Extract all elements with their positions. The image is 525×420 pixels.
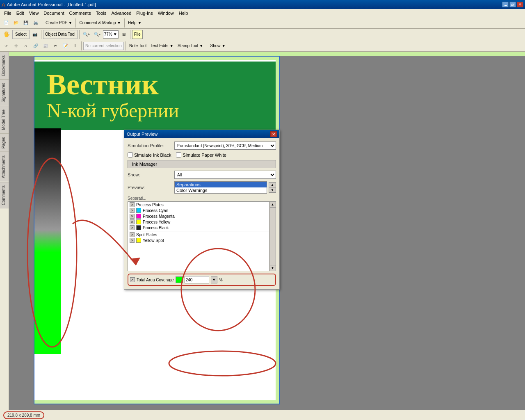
simulate-ink-black-label: Simulate Ink Black [134,153,171,158]
object-data-tool-btn[interactable]: Object Data Tool [43,30,78,39]
create-pdf-btn[interactable]: Create PDF ▼ [44,18,74,27]
minimize-button[interactable]: 🗕 [502,2,509,7]
simulate-ink-black-checkbox[interactable] [128,152,133,158]
show-label: Show: [128,172,173,177]
select-obj-btn[interactable]: ⊹ [11,41,21,50]
menu-view[interactable]: View [27,10,41,16]
sep-checkbox-process-yellow[interactable]: ✕ [130,219,135,224]
sidebar-tab-model-tree[interactable]: Model Tree [0,106,9,133]
menu-edit[interactable]: Edit [14,10,27,16]
new-btn[interactable]: 📄 [2,18,11,27]
sep-item-process-magenta[interactable]: ✕ Process Magenta [128,213,276,219]
preview-listbox[interactable]: Separations Color Warnings [174,181,267,194]
pdf-title-line1: Вестник [47,70,267,99]
tag-btn[interactable]: ⌂ [21,41,30,50]
menu-help[interactable]: Help [176,10,191,16]
select-btn[interactable]: Select [12,30,30,39]
restore-button[interactable]: 🗗 [509,2,516,7]
menu-document[interactable]: Document [41,10,66,16]
simulate-paper-white-check[interactable]: Simulate Paper White [176,152,226,158]
hand-tool-btn[interactable]: 🖐 [2,30,11,39]
tac-dropdown-arrow[interactable]: ▼ [211,276,217,283]
tac-value-input[interactable] [185,276,209,283]
sep6 [130,30,130,39]
stamp-tool-btn[interactable]: Stamp Tool ▼ [176,41,205,50]
sep-checkbox-yellow-spot[interactable]: ✕ [130,238,135,243]
link-btn[interactable]: 🔗 [31,41,40,50]
title-bar-controls[interactable]: 🗕 🗗 ✕ [502,2,523,7]
file-label: File [132,30,143,39]
preview-separations[interactable]: Separations [175,182,267,187]
sidebar-tab-comments[interactable]: Comments [0,182,9,208]
sep-color-cyan [136,208,141,213]
sep-label-spot-plates: Spot Plates [136,233,157,237]
form-btn[interactable]: 📝 [61,41,70,50]
note-tool-label: Note Tool [129,43,146,48]
sep-checkbox-spot-plates[interactable]: ✕ [130,232,135,237]
menu-plugins[interactable]: Plug-Ins [134,10,155,16]
sidebar-tab-bookmarks[interactable]: Bookmarks [0,52,9,79]
snapshot-btn[interactable]: 📷 [30,30,39,39]
sidebar-tab-attachments[interactable]: Attachments [0,152,9,182]
menu-window[interactable]: Window [155,10,176,16]
sep-item-process-black[interactable]: ✕ Process Black [128,225,276,231]
sep-item-process-yellow[interactable]: ✕ Process Yellow [128,219,276,225]
menu-tools[interactable]: Tools [94,10,109,16]
touchup-btn[interactable]: T [71,41,80,50]
help-btn[interactable]: Help ▼ [126,18,143,27]
simulate-options-row: Simulate Ink Black Simulate Paper White [128,152,276,158]
status-dimensions: 219,8 x 289,8 mm [3,411,44,419]
simulate-ink-black-check[interactable]: Simulate Ink Black [128,152,171,158]
preview-color-warnings[interactable]: Color Warnings [175,187,267,193]
sep-label-yellow-spot: Yellow Spot [143,238,164,243]
fit-page-btn[interactable]: ⊞ [119,30,128,39]
close-button[interactable]: ✕ [517,2,523,7]
show-btn[interactable]: Show ▼ [209,41,228,50]
note-tool-btn[interactable]: Note Tool [128,41,148,50]
separations-listbox[interactable]: ✕ Process Plates ✕ Process Cyan ✕ Proces… [128,201,276,271]
sep-checkbox-process-black[interactable]: ✕ [130,225,135,230]
output-preview-close-btn[interactable]: ✕ [270,131,277,137]
output-preview-dialog: Output Preview ✕ Simulation Profile: Eur… [124,130,280,290]
open-btn[interactable]: 📂 [11,18,21,27]
tac-checkbox[interactable]: ✓ [130,277,135,282]
sep-checkbox-process-cyan[interactable]: ✕ [130,208,135,213]
simulate-paper-white-checkbox[interactable] [176,152,181,158]
sep4 [41,30,41,39]
sep-label-process-plates: Process Plates [136,203,164,207]
zoom-field[interactable]: 77% ▼ [103,30,119,39]
zoom-in-btn[interactable]: 🔍+ [81,30,92,39]
text-edits-btn[interactable]: Text Edits ▼ [149,41,175,50]
sidebar-tab-signatures[interactable]: Signatures [0,79,9,106]
save-btn[interactable]: 💾 [21,18,30,27]
zoom-dropdown-arrow[interactable]: ▼ [112,32,117,37]
output-preview-title: Output Preview [127,132,158,137]
sep-checkbox-process-magenta[interactable]: ✕ [130,214,135,219]
sep5 [79,30,80,39]
sep-checkbox-process-plates[interactable]: ✕ [130,202,135,207]
sep-item-yellow-spot[interactable]: ✕ Yellow Spot [128,237,276,243]
output-preview-body: Simulation Profile: Eurostandard (Newspr… [124,138,279,289]
show-dropdown[interactable]: All [174,171,276,179]
sidebar-tab-pages[interactable]: Pages [0,133,9,152]
menu-advanced[interactable]: Advanced [109,10,134,16]
sep-scroll-down[interactable]: ▼ [270,265,276,271]
comment-markup-btn[interactable]: Comment & Markup ▼ [78,18,123,27]
crop-btn[interactable]: ✂ [51,41,60,50]
article-btn[interactable]: 📰 [41,41,50,50]
toolbar-select: 🖐 Select 📷 Object Data Tool 🔍+ 🔍- 77% ▼ … [0,29,525,40]
sep-item-process-plates[interactable]: ✕ Process Plates [128,202,276,208]
preview-scroll-down[interactable]: ▼ [269,187,276,192]
menu-comments[interactable]: Comments [67,10,94,16]
sep-item-process-cyan[interactable]: ✕ Process Cyan [128,208,276,213]
sep-item-spot-plates[interactable]: ✕ Spot Plates [128,232,276,237]
menu-file[interactable]: File [2,10,14,16]
hand-btn2[interactable]: ☞ [2,41,11,50]
print-btn[interactable]: 🖨️ [31,18,40,27]
sep-scroll-up[interactable]: ▲ [270,202,276,208]
simulation-profile-dropdown[interactable]: Eurostandard (Newsprint), 30%, GCR, Medi… [174,142,276,150]
preview-scroll-up[interactable]: ▲ [269,183,276,187]
ink-manager-btn[interactable]: Ink Manager [128,160,276,168]
tac-percent-label: % [219,278,223,282]
zoom-out-btn[interactable]: 🔍- [92,30,102,39]
